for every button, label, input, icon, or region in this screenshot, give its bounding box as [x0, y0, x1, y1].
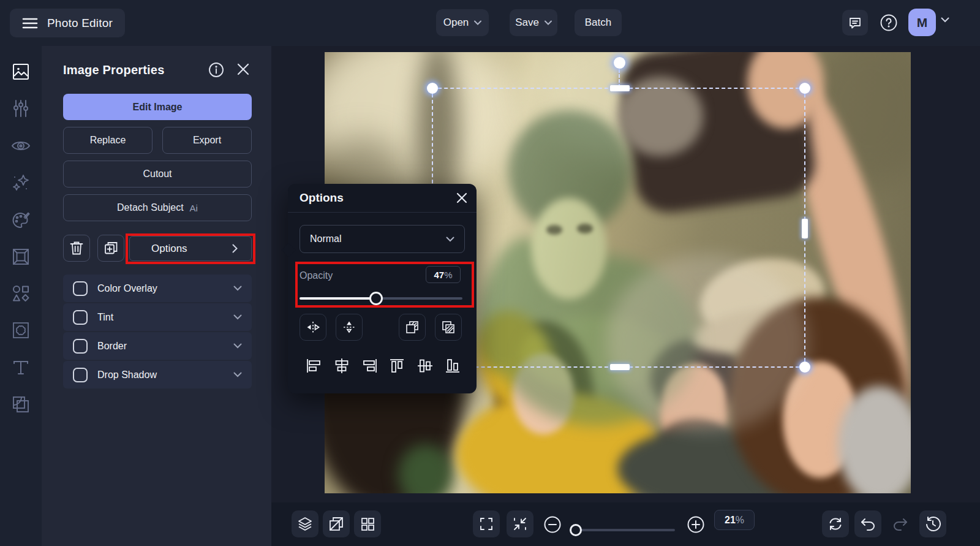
align-right-button[interactable]: [361, 357, 379, 374]
redo-button[interactable]: [887, 510, 914, 537]
resize-canvas-icon: [328, 516, 344, 532]
fullscreen-button[interactable]: [473, 510, 500, 537]
selection-box[interactable]: [432, 88, 805, 368]
resize-handle-bottom-right[interactable]: [799, 362, 810, 373]
zoom-out-button[interactable]: [543, 515, 562, 534]
reset-button[interactable]: [822, 510, 849, 537]
chevron-right-icon: [232, 244, 238, 253]
zoom-level-box[interactable]: 21%: [714, 510, 755, 530]
zoom-level-value: 21: [725, 515, 736, 526]
eye-icon: [11, 138, 31, 153]
bring-forward-button[interactable]: [399, 314, 426, 341]
resize-handle-top-right[interactable]: [799, 83, 810, 94]
options-button[interactable]: Options: [129, 236, 252, 261]
cutout-button[interactable]: Cutout: [63, 161, 252, 188]
opacity-value: 47: [434, 270, 444, 280]
undo-icon: [860, 517, 876, 531]
elements-icon: [12, 284, 30, 303]
templates-button[interactable]: [354, 510, 381, 537]
sidebar-item-paint[interactable]: [0, 204, 42, 236]
resize-handle-top[interactable]: [610, 85, 630, 91]
fit-screen-button[interactable]: [507, 510, 533, 537]
chevron-down-icon[interactable]: [233, 372, 242, 377]
detach-subject-button[interactable]: Detach Subject Ai: [63, 194, 252, 221]
fullscreen-icon: [479, 517, 494, 531]
account-chevron-down-icon[interactable]: [941, 17, 949, 23]
info-icon[interactable]: [208, 62, 224, 78]
hamburger-icon[interactable]: [22, 17, 38, 29]
sidebar-item-adjust[interactable]: [0, 93, 42, 124]
sidebar-item-background[interactable]: [0, 389, 42, 420]
flip-vertical-button[interactable]: [336, 314, 363, 341]
sidebar-item-image[interactable]: [0, 56, 42, 88]
opacity-slider-knob[interactable]: [369, 292, 383, 305]
resize-handle-top-left[interactable]: [427, 83, 438, 94]
batch-button[interactable]: Batch: [575, 9, 622, 36]
align-middle-vertical-button[interactable]: [417, 357, 434, 374]
edit-image-button[interactable]: Edit Image: [63, 94, 252, 120]
align-middle-vertical-icon: [417, 358, 433, 374]
align-center-horizontal-button[interactable]: [333, 357, 350, 374]
feedback-button[interactable]: [842, 10, 868, 36]
sidebar-item-retouch[interactable]: [0, 130, 42, 162]
sidebar-item-elements[interactable]: [0, 278, 42, 309]
toggle-row-drop-shadow[interactable]: Drop Shadow: [63, 361, 252, 389]
duplicate-button[interactable]: [97, 235, 124, 262]
ai-badge: Ai: [190, 203, 198, 213]
align-left-button[interactable]: [305, 357, 322, 374]
canvas-zoom-slider[interactable]: [571, 529, 675, 531]
tint-checkbox[interactable]: [73, 310, 88, 325]
color-overlay-checkbox[interactable]: [73, 281, 88, 296]
toggle-row-border[interactable]: Border: [63, 332, 252, 360]
sidebar-item-effects[interactable]: [0, 167, 42, 199]
tool-sidebar: [0, 46, 42, 546]
resize-canvas-button[interactable]: [323, 510, 350, 537]
background-icon: [12, 395, 30, 414]
adjust-icon: [12, 99, 29, 118]
sidebar-item-frame[interactable]: [0, 241, 42, 273]
close-icon[interactable]: [236, 63, 250, 76]
border-label: Border: [97, 341, 233, 352]
border-checkbox[interactable]: [73, 339, 88, 354]
popup-close-icon[interactable]: [456, 192, 468, 204]
send-backward-button[interactable]: [435, 314, 462, 341]
save-button[interactable]: Save: [510, 9, 557, 36]
effects-icon: [12, 173, 30, 192]
zoom-in-button[interactable]: [686, 515, 706, 534]
resize-handle-bottom[interactable]: [610, 364, 630, 370]
opacity-percent-sign: %: [444, 270, 452, 280]
chevron-down-icon[interactable]: [233, 314, 242, 320]
bottom-bar: 21%: [271, 502, 980, 546]
layers-button[interactable]: [292, 510, 318, 537]
blend-mode-select[interactable]: Normal: [300, 225, 465, 253]
sidebar-item-border[interactable]: [0, 314, 42, 346]
align-top-button[interactable]: [388, 357, 405, 374]
flip-horizontal-button[interactable]: [300, 314, 326, 341]
delete-button[interactable]: [63, 235, 90, 262]
avatar-initial: M: [917, 15, 928, 30]
resize-handle-right[interactable]: [802, 219, 808, 238]
chevron-down-icon[interactable]: [233, 343, 242, 349]
rotate-handle[interactable]: [614, 57, 625, 69]
export-button[interactable]: Export: [162, 127, 252, 154]
drop-shadow-checkbox[interactable]: [73, 368, 88, 382]
menu-button[interactable]: Photo Editor: [10, 9, 125, 37]
open-button[interactable]: Open: [436, 9, 489, 36]
toggle-row-color-overlay[interactable]: Color Overlay: [63, 275, 252, 302]
align-right-icon: [362, 358, 378, 374]
trash-icon: [70, 241, 83, 256]
toggle-row-tint[interactable]: Tint: [63, 303, 252, 331]
align-bottom-button[interactable]: [444, 357, 461, 374]
opacity-value-box[interactable]: 47%: [426, 266, 461, 283]
undo-button[interactable]: [854, 510, 881, 537]
history-button[interactable]: [919, 510, 946, 537]
chevron-down-icon[interactable]: [233, 286, 242, 291]
redo-icon: [892, 517, 908, 531]
canvas-zoom-knob[interactable]: [570, 524, 582, 536]
avatar[interactable]: M: [908, 9, 936, 36]
replace-button[interactable]: Replace: [63, 127, 153, 154]
sidebar-item-text[interactable]: [0, 352, 42, 384]
opacity-slider[interactable]: [300, 297, 462, 300]
open-label: Open: [443, 17, 469, 29]
help-button[interactable]: [876, 10, 902, 36]
